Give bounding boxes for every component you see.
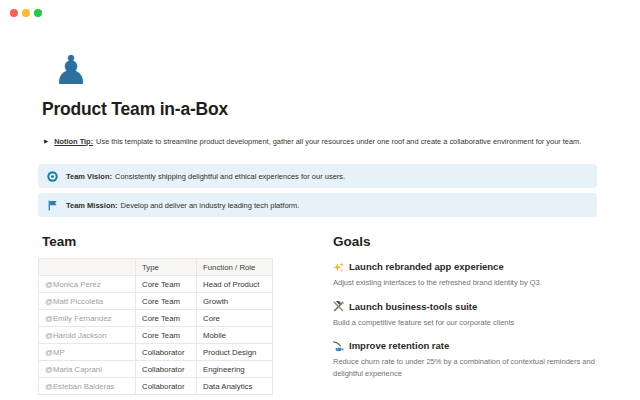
team-col-function-header[interactable]: Function / Role: [197, 259, 273, 276]
person-mention[interactable]: @MP: [39, 344, 136, 361]
window-controls: [10, 9, 42, 17]
table-row[interactable]: @Harold Jackson Core Team Mobile: [39, 327, 273, 344]
function-cell[interactable]: Engineering: [197, 361, 273, 378]
team-mission-label: Team Mission:: [66, 201, 118, 210]
close-window-button[interactable]: [10, 9, 18, 17]
team-col-type-header[interactable]: Type: [136, 259, 197, 276]
table-row[interactable]: @Emily Fernandez Core Team Core: [39, 310, 273, 327]
person-mention[interactable]: @Matt Piccolella: [39, 293, 136, 310]
goals-section: Goals Launch rebranded app experience Ad…: [333, 234, 617, 379]
team-vision-text: Consistently shipping delightful and eth…: [115, 172, 345, 181]
type-cell[interactable]: Collaborator: [136, 344, 197, 361]
goal-description: Reduce churn rate to under 25% by a comb…: [333, 356, 615, 379]
notion-tip-label: Notion Tip:: [54, 137, 93, 146]
team-vision-label: Team Vision:: [66, 172, 112, 181]
fishing-icon: [333, 341, 344, 352]
goal-description: Build a competitive feature set for our …: [333, 317, 615, 329]
team-table: Type Function / Role @Monica Perez Core …: [38, 258, 273, 395]
person-mention[interactable]: @Harold Jackson: [39, 327, 136, 344]
tools-icon: [333, 301, 344, 312]
flag-icon: [47, 200, 58, 211]
team-mission-callout[interactable]: Team Mission: Develop and deliver an ind…: [38, 193, 597, 217]
team-heading: Team: [38, 234, 276, 249]
type-cell[interactable]: Core Team: [136, 293, 197, 310]
person-mention[interactable]: @Maria Caprani: [39, 361, 136, 378]
person-mention[interactable]: @Emily Fernandez: [39, 310, 136, 327]
goal-title-text: Launch rebranded app experience: [349, 261, 504, 273]
team-mission-text: Develop and deliver an industry leading …: [121, 201, 300, 210]
table-row[interactable]: @Esteban Balderas Collaborator Data Anal…: [39, 378, 273, 395]
goal-item[interactable]: Improve retention rate Reduce churn rate…: [333, 340, 617, 379]
type-cell[interactable]: Collaborator: [136, 378, 197, 395]
goal-item[interactable]: Launch business-tools suite Build a comp…: [333, 301, 617, 329]
person-mention[interactable]: @Esteban Balderas: [39, 378, 136, 395]
table-row[interactable]: @Matt Piccolella Core Team Growth: [39, 293, 273, 310]
minimize-window-button[interactable]: [22, 9, 30, 17]
table-row[interactable]: @Maria Caprani Collaborator Engineering: [39, 361, 273, 378]
toggle-triangle-icon[interactable]: ▶: [44, 136, 48, 146]
function-cell[interactable]: Head of Product: [197, 276, 273, 293]
notion-tip-toggle[interactable]: ▶Notion Tip:Use this template to streaml…: [44, 136, 614, 147]
page-pawn-icon[interactable]: ♟: [53, 50, 89, 90]
sparkles-icon: [333, 262, 344, 273]
goal-title-text: Improve retention rate: [349, 340, 449, 352]
type-cell[interactable]: Core Team: [136, 310, 197, 327]
function-cell[interactable]: Growth: [197, 293, 273, 310]
function-cell[interactable]: Data Analytics: [197, 378, 273, 395]
notion-tip-text: Use this template to streamline product …: [96, 137, 581, 146]
goal-title-text: Launch business-tools suite: [349, 301, 477, 313]
function-cell[interactable]: Mobile: [197, 327, 273, 344]
target-icon: [47, 171, 58, 182]
person-mention[interactable]: @Monica Perez: [39, 276, 136, 293]
type-cell[interactable]: Collaborator: [136, 361, 197, 378]
zoom-window-button[interactable]: [34, 9, 42, 17]
goals-heading: Goals: [333, 234, 617, 249]
goal-item[interactable]: Launch rebranded app experience Adjust e…: [333, 261, 617, 289]
table-row[interactable]: @MP Collaborator Product Design: [39, 344, 273, 361]
function-cell[interactable]: Product Design: [197, 344, 273, 361]
function-cell[interactable]: Core: [197, 310, 273, 327]
table-row[interactable]: @Monica Perez Core Team Head of Product: [39, 276, 273, 293]
team-col-name-header[interactable]: [39, 259, 136, 276]
team-table-header-row: Type Function / Role: [39, 259, 273, 276]
page-title[interactable]: Product Team in-a-Box: [42, 99, 228, 120]
type-cell[interactable]: Core Team: [136, 327, 197, 344]
goal-description: Adjust existing interfaces to the refres…: [333, 277, 615, 289]
team-section: Team Type Function / Role @Monica Perez …: [38, 234, 276, 395]
type-cell[interactable]: Core Team: [136, 276, 197, 293]
team-vision-callout[interactable]: Team Vision: Consistently shipping delig…: [38, 164, 597, 188]
